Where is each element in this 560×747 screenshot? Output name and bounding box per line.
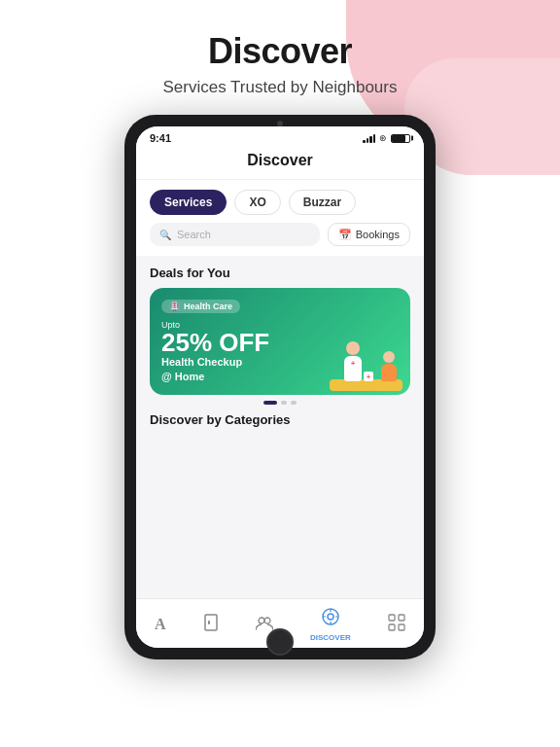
svg-rect-11 [399,615,404,621]
search-placeholder: Search [177,229,211,240]
page-subtitle: Services Trusted by Neighbours [0,78,560,97]
tab-row: Services XO Buzzar [136,180,424,223]
deals-section-title: Deals for You [150,266,410,280]
door-icon [203,614,219,636]
health-badge-label: Health Care [184,302,232,311]
discover-nav-label: DISCOVER [310,633,351,642]
categories-title: Discover by Categories [150,412,410,427]
deal-card[interactable]: 🏥 Health Care Upto 25% OFF Health Checku… [150,288,410,395]
svg-rect-13 [399,624,404,630]
tab-buzzar[interactable]: Buzzar [289,190,356,215]
svg-rect-0 [205,615,217,630]
nav-item-door[interactable] [203,614,219,636]
dot-1 [281,401,287,405]
svg-point-2 [259,618,264,623]
signal-icon [363,134,375,143]
status-icons: ⊛ [363,133,410,143]
svg-point-5 [328,614,333,620]
status-bar: 9:41 ⊛ [136,126,424,146]
tablet-home-button[interactable] [266,628,294,656]
patient-figure [381,351,397,381]
app-header-title: Discover [136,146,424,180]
nav-item-discover[interactable]: DISCOVER [310,607,351,642]
tab-xo[interactable]: XO [234,190,280,215]
search-row: 🔍 Search 📅 Bookings [136,223,424,256]
tablet-frame: 9:41 ⊛ Discover Ser [124,115,436,659]
page-title: Discover [0,31,560,72]
health-icon: 🏥 [169,302,180,311]
deal-illustration: + + [325,342,402,391]
wifi-icon: ⊛ [379,133,387,143]
dots-indicator [150,401,410,405]
firstaid-box: + [364,372,373,381]
alpha-icon: A [155,616,166,633]
nav-item-alpha[interactable]: A [155,616,166,633]
tablet-screen: 9:41 ⊛ Discover Ser [136,126,424,648]
grid-icon [388,614,405,636]
svg-rect-10 [389,615,395,621]
tablet-camera [277,121,283,126]
nav-item-grid[interactable] [388,614,405,636]
svg-point-3 [264,618,270,623]
dot-2 [291,401,297,405]
search-box[interactable]: 🔍 Search [150,223,320,246]
bookings-button[interactable]: 📅 Bookings [328,223,410,246]
svg-rect-12 [389,624,395,630]
calendar-icon: 📅 [338,229,352,241]
search-icon: 🔍 [159,230,171,240]
health-badge: 🏥 Health Care [161,300,240,313]
svg-rect-1 [208,621,210,624]
doctor-figure: + [344,341,362,381]
status-time: 9:41 [150,132,171,144]
content-area: Deals for You 🏥 Health Care Upto 25% OFF… [136,256,424,598]
tablet-wrapper: 9:41 ⊛ Discover Ser [0,115,560,659]
tab-services[interactable]: Services [150,190,227,215]
discover-icon [321,607,340,631]
page-header: Discover Services Trusted by Neighbours [0,0,560,97]
battery-icon [391,134,410,143]
bookings-label: Bookings [356,229,400,240]
dot-active [263,401,277,405]
deal-percent: 25% OFF [161,328,269,357]
